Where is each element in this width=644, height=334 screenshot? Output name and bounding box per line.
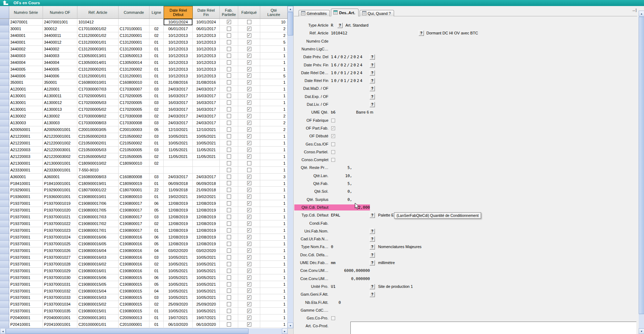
fabrique-checkbox[interactable]: ✓ (247, 282, 251, 286)
cell-num-ro-of[interactable]: P19370001024 (43, 234, 77, 241)
cell-fabriqu[interactable]: ✓ (238, 214, 260, 220)
table-row[interactable]: 34400043440004C130500014/01C130500014011… (0, 59, 288, 66)
cell-fabriqu[interactable]: ✓ (238, 308, 260, 314)
cell-fabriqu[interactable]: ✓ (238, 274, 260, 281)
cell-qt-lanc-e[interactable]: 1 (260, 281, 288, 288)
cell-fabriqu[interactable]: ✓ (238, 207, 260, 214)
cell-num-ro-s-rie[interactable]: P19370001 (9, 247, 43, 254)
cell-ligne[interactable]: 05 (149, 281, 164, 288)
table-row[interactable]: 34400033440003C130500013/01C130500013011… (0, 53, 288, 59)
cell-fab-partielle[interactable] (220, 73, 238, 80)
field-value[interactable]: 5, (331, 180, 352, 187)
fabrique-checkbox[interactable]: ✓ (247, 33, 251, 38)
fab-partielle-checkbox[interactable] (227, 295, 231, 300)
cell-commande[interactable]: C210500002 (119, 133, 149, 140)
table-row[interactable]: P19370001P19370001031C190800015/05C19080… (0, 281, 288, 288)
table-row[interactable]: P19370001P19370001021C190800017/03C19080… (0, 214, 288, 220)
fab-partielle-checkbox[interactable] (227, 107, 231, 111)
cell-date-r-el-fin[interactable]: 16/03/2017 (193, 99, 220, 106)
cell-fab-partielle[interactable] (220, 247, 238, 254)
table-row[interactable]: 350001350001C160800010/01C1608000100131/… (0, 79, 288, 86)
cell-r-f-article[interactable]: C170100001/02 (77, 26, 119, 32)
cell-r-f-article[interactable]: C190800015/04 (77, 288, 119, 295)
cell-qt-lanc-e[interactable]: 1 (260, 153, 288, 160)
cell-ligne[interactable]: 06 (149, 234, 164, 241)
field-value[interactable]: 1010412 (331, 29, 347, 37)
field-value[interactable]: 14/02/2024 (331, 53, 363, 61)
cell-qt-lanc-e[interactable]: 2 (260, 32, 288, 39)
row-header[interactable] (0, 32, 9, 39)
scroll-down-button[interactable]: ▼ (639, 328, 644, 334)
cell-date-r-el-fin[interactable]: 10/12/2013 (193, 32, 220, 39)
field-checkbox[interactable]: ✓ (331, 134, 335, 138)
cell-qt-lanc-e[interactable]: 1 (260, 79, 288, 86)
cell-ligne[interactable]: 06 (149, 274, 164, 281)
cell-ligne[interactable]: 02 (149, 106, 164, 113)
cell-fabriqu[interactable]: ✓ (238, 86, 260, 93)
cell-num-ro-s-rie[interactable]: P19370001 (9, 274, 43, 281)
cell-num-ro-s-rie[interactable]: A130001 (9, 93, 43, 99)
cell-r-f-article[interactable]: C210500005/02 (77, 153, 119, 160)
cell-num-ro-s-rie[interactable]: P19370001 (9, 227, 43, 234)
cell-num-ro-of[interactable]: P19370001020 (43, 207, 77, 214)
cell-ligne[interactable]: 02 (149, 160, 164, 167)
cell-fabriqu[interactable]: ✓ (238, 220, 260, 227)
cell-num-ro-s-rie[interactable]: A130002 (9, 113, 43, 120)
table-row[interactable]: A21220001A21220001001C210500002/03C21050… (0, 133, 288, 140)
cell-fabriqu[interactable]: ✓ (238, 26, 260, 32)
cell-commande[interactable]: C131200001 (119, 39, 149, 46)
fab-partielle-checkbox[interactable] (227, 242, 231, 246)
cell-ligne[interactable]: 01 (149, 46, 164, 53)
cell-num-ro-of[interactable]: 3440004 (43, 59, 77, 66)
cell-num-ro-of[interactable]: 3440002 (43, 46, 77, 53)
cell-fabriqu[interactable]: ✓ (238, 241, 260, 247)
cell-fab-partielle[interactable] (220, 113, 238, 120)
cell-commande[interactable]: C190800016 (119, 268, 149, 274)
fabrique-checkbox[interactable]: ✓ (247, 127, 251, 132)
cell-r-f-article[interactable]: C190800016/03 (77, 254, 119, 261)
fab-partielle-checkbox[interactable] (227, 322, 231, 327)
cell-qt-lanc-e[interactable]: 1 (260, 133, 288, 140)
help-button[interactable]: ? (370, 284, 375, 289)
cell-num-ro-s-rie[interactable]: P19370001 (9, 220, 43, 227)
cell-ligne[interactable]: 03 (149, 99, 164, 106)
cell-fabriqu[interactable]: ✓ (238, 187, 260, 193)
table-row[interactable]: A20050001A20050001001C200100003/05C20010… (0, 126, 288, 133)
cell-commande[interactable]: C190800017 (119, 207, 149, 214)
cell-r-f-article[interactable]: C170300007/03 (77, 86, 119, 93)
cell-date-r-el-fin[interactable]: 24/03/2017 (193, 120, 220, 126)
row-header[interactable] (0, 180, 9, 187)
cell-ligne[interactable]: 22 (149, 187, 164, 193)
cell-num-ro-of[interactable]: 34400012 (43, 39, 77, 46)
cell-num-ro-of[interactable]: A21300001001 (43, 160, 77, 167)
fab-partielle-checkbox[interactable] (227, 262, 231, 266)
cell-date-r-el-fin[interactable]: 12/08/2019 (193, 207, 220, 214)
row-header[interactable] (0, 59, 9, 66)
field-checkbox[interactable] (331, 316, 335, 320)
cell-fab-partielle[interactable] (220, 79, 238, 86)
cell-date-r-el-d-but[interactable]: 11/09/2018 (164, 187, 193, 193)
cell-commande[interactable]: C190800017 (119, 227, 149, 234)
cell-qt-lanc-e[interactable]: 10 (260, 19, 288, 26)
table-row[interactable]: A130001A1300013C170200005/02C17020000502… (0, 106, 288, 113)
cell-fabriqu[interactable]: ✓ (238, 281, 260, 288)
cell-fab-partielle[interactable] (220, 53, 238, 59)
field-value[interactable]: 5, (331, 164, 352, 171)
cell-qt-lanc-e[interactable]: 1 (260, 294, 288, 301)
cell-fabriqu[interactable]: ✓ (238, 247, 260, 254)
table-row[interactable]: P19360001P19360001001C190800010/01C19080… (0, 193, 288, 200)
cell-fab-partielle[interactable] (220, 314, 238, 321)
field-checkbox[interactable] (331, 158, 335, 162)
cell-date-r-el-d-but[interactable]: 10/05/2021 (164, 274, 193, 281)
cell-date-r-el-d-but[interactable]: 06/09/2018 (164, 180, 193, 187)
cell-date-r-el-fin[interactable]: 24/03/2017 (193, 113, 220, 120)
fab-partielle-checkbox[interactable] (227, 269, 231, 273)
fab-partielle-checkbox[interactable] (227, 221, 231, 226)
cell-date-r-el-d-but[interactable]: 24/03/2017 (164, 174, 193, 180)
row-header[interactable] (0, 187, 9, 193)
table-row[interactable]: P19370001P19370001023C190800017/01C19080… (0, 227, 288, 234)
field-value[interactable]: 10/01/2024 (331, 77, 363, 84)
cell-qt-lanc-e[interactable]: 1 (260, 301, 288, 308)
field-value[interactable]: 0 (331, 243, 333, 251)
cell-qt-lanc-e[interactable]: 5 (260, 73, 288, 80)
